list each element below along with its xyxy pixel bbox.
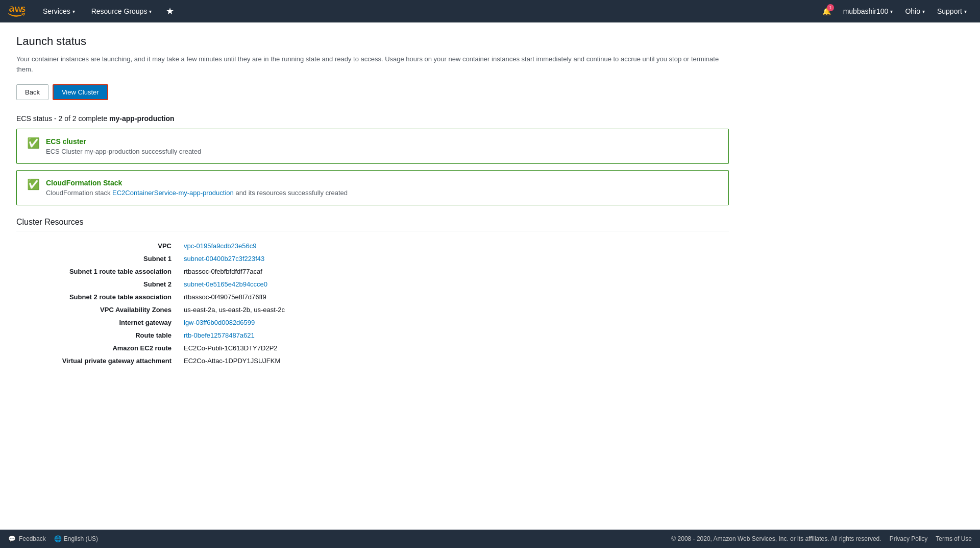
table-row: Subnet 2subnet-0e5165e42b94ccce0	[16, 278, 729, 291]
ecs-cluster-name: my-app-production	[109, 114, 175, 123]
cf-check-icon: ✅	[27, 179, 40, 189]
region-menu[interactable]: Ohio ▾	[900, 0, 930, 22]
services-chevron-icon: ▾	[72, 9, 75, 14]
resource-value: EC2Co-Attac-1DPDY1JSUJFKM	[180, 354, 729, 367]
table-row: Subnet 1subnet-00400b27c3f223f43	[16, 252, 729, 265]
user-label: mubbashir100	[843, 7, 889, 15]
services-menu[interactable]: Services ▾	[37, 0, 81, 22]
cf-card-header: ✅ CloudFormation Stack CloudFormation st…	[27, 179, 718, 197]
ecs-status-heading: ECS status - 2 of 2 complete my-app-prod…	[16, 114, 729, 123]
resources-table: VPCvpc-0195fa9cdb23e56c9Subnet 1subnet-0…	[16, 240, 729, 367]
resource-label: Subnet 2 route table association	[16, 291, 180, 303]
cf-stack-link[interactable]: EC2ContainerService-my-app-production	[112, 189, 234, 197]
resource-link[interactable]: rtb-0befe12578487a621	[184, 331, 255, 339]
aws-logo	[8, 5, 29, 17]
nav-right: 🔔 1 mubbashir100 ▾ Ohio ▾ Support ▾	[817, 0, 972, 22]
resource-label: Subnet 2	[16, 278, 180, 291]
resource-value[interactable]: igw-03ff6b0d0082d6599	[180, 316, 729, 329]
ecs-cluster-card: ✅ ECS cluster ECS Cluster my-app-product…	[16, 129, 729, 164]
resource-value: EC2Co-Publi-1C613DTY7D2P2	[180, 342, 729, 354]
resource-value[interactable]: subnet-00400b27c3f223f43	[180, 252, 729, 265]
resource-label: Amazon EC2 route	[16, 342, 180, 354]
table-row: VPCvpc-0195fa9cdb23e56c9	[16, 240, 729, 252]
support-chevron-icon: ▾	[964, 9, 967, 14]
page-description: Your container instances are launching, …	[16, 54, 729, 74]
cloudformation-card: ✅ CloudFormation Stack CloudFormation st…	[16, 170, 729, 205]
support-label: Support	[937, 7, 962, 15]
resource-groups-chevron-icon: ▾	[149, 9, 152, 14]
back-button[interactable]: Back	[16, 84, 48, 100]
resource-link[interactable]: igw-03ff6b0d0082d6599	[184, 319, 255, 326]
cf-card-desc: CloudFormation stack EC2ContainerService…	[46, 189, 348, 197]
resource-label: Virtual private gateway attachment	[16, 354, 180, 367]
resource-label: VPC	[16, 240, 180, 252]
cf-card-body: CloudFormation Stack CloudFormation stac…	[46, 179, 348, 197]
notifications-button[interactable]: 🔔 1	[817, 0, 836, 22]
table-row: Route tablertb-0befe12578487a621	[16, 329, 729, 342]
nav-left: Services ▾ Resource Groups ▾ ★	[8, 0, 178, 22]
resource-link[interactable]: subnet-00400b27c3f223f43	[184, 255, 264, 263]
table-row: Internet gatewayigw-03ff6b0d0082d6599	[16, 316, 729, 329]
resource-label: Internet gateway	[16, 316, 180, 329]
resource-link[interactable]: subnet-0e5165e42b94ccce0	[184, 280, 267, 288]
resource-link[interactable]: vpc-0195fa9cdb23e56c9	[184, 242, 256, 250]
user-chevron-icon: ▾	[890, 9, 893, 14]
view-cluster-button[interactable]: View Cluster	[53, 84, 108, 100]
favorites-button[interactable]: ★	[162, 6, 178, 17]
page-title: Launch status	[16, 35, 729, 48]
main-content: Launch status Your container instances a…	[0, 22, 745, 379]
resource-value[interactable]: subnet-0e5165e42b94ccce0	[180, 278, 729, 291]
ecs-card-title: ECS cluster	[46, 137, 201, 146]
cf-card-title: CloudFormation Stack	[46, 179, 348, 187]
region-chevron-icon: ▾	[922, 9, 925, 14]
table-row: Amazon EC2 routeEC2Co-Publi-1C613DTY7D2P…	[16, 342, 729, 354]
ecs-card-body: ECS cluster ECS Cluster my-app-productio…	[46, 137, 201, 155]
resource-value: us-east-2a, us-east-2b, us-east-2c	[180, 303, 729, 316]
ecs-card-header: ✅ ECS cluster ECS Cluster my-app-product…	[27, 137, 718, 155]
table-row: Virtual private gateway attachmentEC2Co-…	[16, 354, 729, 367]
ecs-status-prefix: ECS status - 2 of 2 complete	[16, 114, 109, 123]
resource-value: rtbassoc-0f49075e8f7d76ff9	[180, 291, 729, 303]
table-row: VPC Availability Zonesus-east-2a, us-eas…	[16, 303, 729, 316]
resource-value[interactable]: vpc-0195fa9cdb23e56c9	[180, 240, 729, 252]
resource-label: Route table	[16, 329, 180, 342]
resource-value: rtbassoc-0febfbfdfdf77acaf	[180, 265, 729, 278]
bell-badge: 1	[827, 4, 834, 11]
ecs-check-icon: ✅	[27, 138, 40, 148]
support-menu[interactable]: Support ▾	[932, 0, 972, 22]
services-label: Services	[43, 7, 70, 15]
resource-value[interactable]: rtb-0befe12578487a621	[180, 329, 729, 342]
resource-groups-menu[interactable]: Resource Groups ▾	[85, 0, 158, 22]
region-label: Ohio	[905, 7, 920, 15]
cf-desc-suffix: and its resources successfully created	[234, 189, 348, 197]
ecs-card-desc: ECS Cluster my-app-production successful…	[46, 148, 201, 155]
cf-desc-prefix: CloudFormation stack	[46, 189, 112, 197]
resource-groups-label: Resource Groups	[91, 7, 148, 15]
table-row: Subnet 1 route table associationrtbassoc…	[16, 265, 729, 278]
resource-label: VPC Availability Zones	[16, 303, 180, 316]
resource-label: Subnet 1 route table association	[16, 265, 180, 278]
resource-label: Subnet 1	[16, 252, 180, 265]
table-row: Subnet 2 route table associationrtbassoc…	[16, 291, 729, 303]
action-buttons: Back View Cluster	[16, 84, 729, 100]
cluster-resources-title: Cluster Resources	[16, 218, 729, 231]
top-navigation: Services ▾ Resource Groups ▾ ★ 🔔 1 mubba…	[0, 0, 980, 22]
bell-icon: 🔔 1	[822, 7, 831, 15]
cluster-resources-section: Cluster Resources VPCvpc-0195fa9cdb23e56…	[16, 218, 729, 367]
user-menu[interactable]: mubbashir100 ▾	[838, 0, 898, 22]
